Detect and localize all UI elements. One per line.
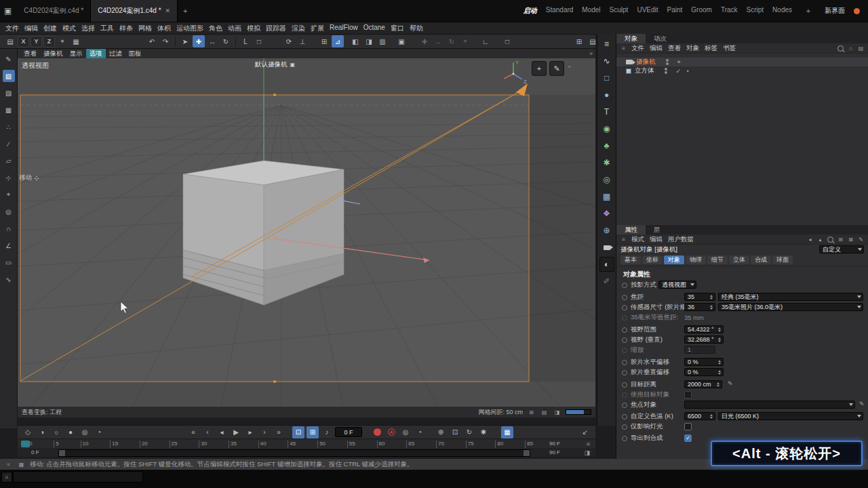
attribute-tab-1[interactable]: 坐标: [642, 256, 663, 264]
enabled-check-icon[interactable]: ✓: [676, 68, 682, 75]
panel-menu-icon[interactable]: ≡: [619, 235, 628, 243]
material-ball-icon[interactable]: ◐: [599, 257, 614, 272]
close-tab-icon[interactable]: ✕: [165, 7, 171, 14]
viewport-menu-2[interactable]: 显示: [66, 49, 86, 58]
panel-layout-icon[interactable]: ▤: [856, 44, 865, 52]
goto-start-button[interactable]: «: [187, 426, 199, 439]
new-document-tab-button[interactable]: +: [178, 7, 193, 15]
keyframe-mode-icon[interactable]: ◇: [22, 426, 34, 439]
save-icon[interactable]: ▤: [4, 35, 16, 47]
focus-object-field[interactable]: [684, 401, 855, 409]
undo-icon[interactable]: ↶: [146, 35, 158, 47]
camera-name-label[interactable]: 默认摄像机 ▣: [255, 60, 295, 69]
frame-all-button[interactable]: ⊞: [307, 426, 319, 439]
current-frame-field[interactable]: 0 F: [335, 427, 362, 437]
sky-object-icon[interactable]: ⊕: [599, 223, 614, 238]
viewport-menu-3[interactable]: 选项: [86, 49, 106, 58]
record-objects-icon[interactable]: ●: [64, 426, 77, 439]
menu-0[interactable]: 文件: [3, 24, 22, 33]
menu-11[interactable]: 动画: [225, 24, 244, 33]
record-rotation-button[interactable]: ↻: [463, 426, 475, 439]
menu-19[interactable]: 帮助: [407, 24, 426, 33]
layout-tab-2[interactable]: Model: [582, 6, 600, 16]
preset-dropdown[interactable]: 自定义: [819, 245, 864, 253]
fov-vertical-field[interactable]: 32.2688 °: [684, 336, 724, 344]
goto-end-button[interactable]: »: [273, 426, 285, 439]
menu-8[interactable]: 体积: [155, 24, 174, 33]
menu-6[interactable]: 样条: [117, 24, 136, 33]
view-panel-icon[interactable]: ▤: [540, 408, 549, 416]
bounding-box-icon[interactable]: □: [501, 35, 513, 47]
pla-mode-icon[interactable]: ◔: [93, 426, 105, 439]
fov-field[interactable]: 54.4322 °: [684, 325, 724, 333]
spline-pen-icon[interactable]: ∿: [599, 54, 614, 68]
reset-psr-icon[interactable]: ⟳: [283, 35, 295, 47]
menu-5[interactable]: 工具: [98, 24, 117, 33]
layout-tab-9[interactable]: Nodes: [772, 6, 792, 16]
record-scale-button[interactable]: ⊡: [449, 426, 461, 439]
search-icon[interactable]: [826, 235, 835, 243]
key-toggle-icon[interactable]: [622, 283, 627, 288]
collapse-quickbar-icon[interactable]: ⌃: [567, 65, 572, 72]
keyframe-selection-button[interactable]: ◎: [399, 426, 412, 439]
viewport-menu-4[interactable]: 过滤: [106, 49, 125, 58]
grid-quantize-icon[interactable]: ⊞: [318, 35, 330, 47]
timeline-menu-icon[interactable]: ≡: [587, 441, 590, 447]
keyframe-selection-icon[interactable]: ◎: [79, 426, 91, 439]
light-object-icon[interactable]: ◉: [599, 121, 614, 136]
object-menu-5[interactable]: 书签: [720, 44, 738, 53]
layout-tab-4[interactable]: UVEdit: [637, 6, 658, 16]
scale-tool-icon[interactable]: ↔: [206, 35, 218, 47]
solo-animation-icon[interactable]: ☼: [50, 426, 62, 439]
key-toggle-icon[interactable]: [622, 295, 627, 300]
layout-tab-5[interactable]: Paint: [667, 6, 683, 16]
previous-key-button[interactable]: ‹: [201, 426, 214, 439]
object-menu-3[interactable]: 对象: [684, 44, 702, 53]
visibility-dots-icon[interactable]: [666, 59, 669, 65]
viewport-menu-1[interactable]: 摄像机: [40, 49, 66, 58]
render-view-icon[interactable]: ◧: [349, 35, 361, 47]
deformer-icon[interactable]: ✱: [599, 155, 614, 170]
range-end-handle[interactable]: [524, 450, 530, 456]
visibility-dots-icon[interactable]: [665, 68, 667, 74]
last-tool-icon[interactable]: L: [239, 35, 252, 47]
range-start-handle[interactable]: [59, 450, 65, 456]
point-mode-icon[interactable]: ∴: [3, 121, 15, 133]
enable-axis-icon[interactable]: ⌖: [3, 188, 15, 201]
next-key-button[interactable]: ›: [258, 426, 271, 439]
sphere-primitive-icon[interactable]: ●: [599, 87, 614, 102]
text-object-icon[interactable]: T: [599, 104, 614, 119]
attribute-manager-tab-0[interactable]: 属性: [616, 225, 646, 235]
film-offset-x-field[interactable]: 0 %: [684, 358, 724, 366]
document-tab[interactable]: C4D2024案例.c4d *: [17, 0, 91, 22]
history-back-icon[interactable]: ◂: [806, 235, 814, 243]
attribute-tab-6[interactable]: 合成: [751, 256, 771, 264]
quantize-icon[interactable]: ∠: [3, 239, 15, 251]
attribute-tab-4[interactable]: 细节: [707, 256, 728, 264]
axis-anchor-icon[interactable]: ⊥: [296, 35, 309, 47]
convert-editable-icon[interactable]: ✎: [3, 53, 15, 65]
color-temp-field[interactable]: 6500: [684, 412, 715, 420]
hud-opacity-slider[interactable]: [566, 409, 591, 415]
focal-length-field[interactable]: 35: [684, 293, 715, 301]
spline-tools-icon[interactable]: ∿: [3, 273, 15, 285]
add-object-button[interactable]: +: [532, 61, 547, 76]
layout-tab-6[interactable]: Groom: [691, 6, 712, 16]
environment-object-icon[interactable]: ♣: [599, 138, 614, 153]
attribute-tab-2[interactable]: 对象: [664, 256, 684, 264]
team-render-icon[interactable]: ▣: [395, 35, 408, 47]
menu-7[interactable]: 网格: [136, 24, 155, 33]
attribute-tab-7[interactable]: 球面: [772, 256, 793, 264]
view-grid-icon[interactable]: ⊞: [573, 35, 585, 47]
object-menu-2[interactable]: 查看: [665, 44, 684, 53]
record-position-button[interactable]: ⊕: [435, 426, 447, 439]
workplane-mode-icon[interactable]: ▦: [3, 104, 15, 116]
projection-dropdown[interactable]: 透视视图: [658, 281, 696, 289]
layout-tab-0[interactable]: 启动: [524, 6, 537, 16]
focal-preset-dropdown[interactable]: 经典 (35毫米): [718, 293, 863, 301]
keyframe-presets-button[interactable]: ▦: [501, 426, 513, 439]
target-distance-field[interactable]: 2000 cm: [684, 380, 722, 388]
key-toggle-icon[interactable]: [622, 305, 627, 310]
object-manager-tab-0[interactable]: 对象: [616, 34, 646, 43]
key-toggle-icon[interactable]: [622, 424, 627, 430]
